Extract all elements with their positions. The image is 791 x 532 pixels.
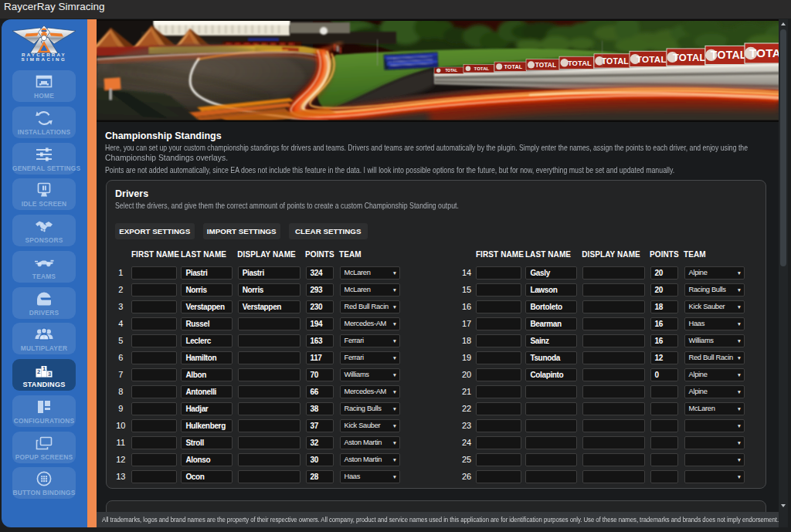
svg-text:TOTAL: TOTAL [504,63,522,70]
svg-text:SIMRACING: SIMRACING [21,56,66,62]
svg-text:1: 1 [42,365,46,372]
svg-text:TOTAL: TOTAL [567,59,591,67]
svg-text:TOTAL: TOTAL [601,56,629,66]
svg-text:TOTAL: TOTAL [445,69,457,73]
svg-text:TOTAL: TOTAL [673,52,705,63]
svg-text:3: 3 [48,371,51,378]
svg-text:TOTAL: TOTAL [710,49,746,62]
svg-text:2: 2 [37,368,40,375]
svg-text:TOTAL: TOTAL [636,54,666,64]
svg-text:TOTAL: TOTAL [749,46,779,59]
svg-text:TOTAL: TOTAL [474,66,489,71]
svg-text:TOTAL: TOTAL [535,61,555,69]
